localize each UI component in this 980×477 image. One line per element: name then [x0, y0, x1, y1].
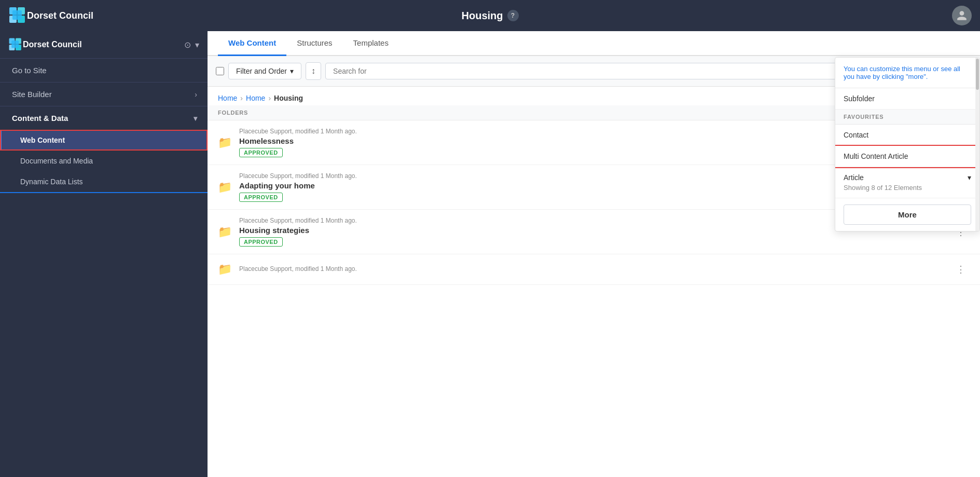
content-data-label: Content & Data	[12, 114, 68, 122]
sidebar-item-documents-media[interactable]: Documents and Media	[0, 151, 208, 171]
main-layout: Dorset Council ⊙ ▾ Go to Site Site Build…	[0, 31, 980, 477]
sort-button[interactable]: ↕	[306, 62, 321, 80]
sidebar-header: Dorset Council ⊙ ▾	[0, 31, 208, 59]
sidebar-item-dynamic-data-lists[interactable]: Dynamic Data Lists	[0, 171, 208, 192]
sidebar-item-content-data[interactable]: Content & Data ▾	[0, 106, 208, 130]
breadcrumb-current: Housing	[274, 94, 303, 102]
page-title-area: Housing ?	[462, 10, 519, 22]
sidebar-item-go-to-site[interactable]: Go to Site	[0, 59, 208, 82]
avatar[interactable]	[952, 6, 972, 25]
top-navbar: Dorset Council Housing ?	[0, 0, 980, 31]
dropdown-more-button[interactable]: More	[844, 205, 971, 225]
site-builder-chevron-icon: ›	[195, 90, 197, 99]
documents-media-label: Documents and Media	[20, 157, 93, 165]
sort-icon: ↕	[311, 66, 315, 75]
help-icon[interactable]: ?	[507, 10, 519, 21]
dynamic-data-lists-label: Dynamic Data Lists	[20, 178, 83, 186]
article-chevron-icon: ▾	[968, 173, 971, 182]
content-data-chevron-icon: ▾	[194, 114, 197, 122]
avatar-icon	[956, 10, 968, 21]
dropdown-article-header[interactable]: Article ▾	[844, 173, 971, 182]
liferay-logo	[8, 6, 27, 25]
page-title: Housing	[462, 10, 503, 22]
select-all-checkbox[interactable]	[216, 67, 224, 75]
sidebar-item-site-builder[interactable]: Site Builder ›	[0, 83, 208, 106]
folder-badge-2: APPROVED	[239, 193, 283, 202]
dropdown-article-section: Article ▾ Showing 8 of 12 Elements	[835, 167, 979, 198]
filter-chevron-icon: ▾	[290, 67, 294, 75]
breadcrumb-sep-2: ›	[268, 94, 271, 102]
dropdown-multi-content-article-item[interactable]: Multi Content Article	[835, 146, 979, 167]
sidebar: Dorset Council ⊙ ▾ Go to Site Site Build…	[0, 31, 208, 477]
dropdown-scrollbar-thumb	[976, 59, 979, 90]
svg-rect-4	[12, 10, 22, 20]
folder-icon-4: 📁	[218, 263, 232, 276]
dropdown-showing-label: Showing 8 of 12 Elements	[844, 184, 971, 192]
site-builder-label: Site Builder	[12, 90, 52, 99]
breadcrumb-home-2[interactable]: Home	[246, 94, 265, 102]
tab-structures[interactable]: Structures	[286, 31, 342, 56]
dropdown-favourites-label: FAVOURITES	[835, 110, 979, 125]
article-label: Article	[844, 173, 864, 182]
folder-item-4[interactable]: 📁 Placecube Support, modified 1 Month ag…	[208, 254, 980, 285]
web-content-label: Web Content	[20, 136, 65, 144]
dropdown-subfolder-item[interactable]: Subfolder	[835, 88, 979, 110]
svg-rect-9	[11, 40, 19, 48]
filter-order-label: Filter and Order	[236, 67, 287, 75]
more-label: More	[898, 210, 917, 219]
sidebar-logo	[8, 37, 23, 52]
folder-more-4[interactable]: ⋮	[952, 262, 970, 277]
go-to-site-label: Go to Site	[12, 66, 47, 75]
folder-icon-1: 📁	[218, 136, 232, 149]
subfolder-label: Subfolder	[844, 94, 875, 103]
sidebar-chevron-down-icon[interactable]: ▾	[195, 40, 199, 50]
dropdown-scrollbar[interactable]	[975, 58, 979, 231]
tab-bar: Web Content Structures Templates	[208, 31, 980, 56]
dropdown-contact-item[interactable]: Contact	[835, 125, 979, 146]
sidebar-compass-icon[interactable]: ⊙	[184, 40, 191, 50]
sidebar-item-web-content[interactable]: Web Content	[0, 130, 208, 151]
contact-label: Contact	[844, 131, 868, 139]
dropdown-tip-text: You can customize this menu or see all y…	[835, 58, 979, 88]
multi-content-article-label: Multi Content Article	[844, 152, 908, 160]
content-area: Web Content Structures Templates Filter …	[208, 31, 980, 477]
sidebar-header-icons: ⊙ ▾	[184, 40, 199, 50]
sidebar-site-title: Dorset Council	[23, 40, 184, 49]
search-input[interactable]	[325, 63, 883, 79]
breadcrumb-home-1[interactable]: Home	[218, 94, 237, 102]
folder-icon-2: 📁	[218, 181, 232, 194]
add-dropdown-panel: You can customize this menu or see all y…	[835, 57, 980, 231]
tab-web-content[interactable]: Web Content	[218, 31, 286, 56]
folder-badge-3: APPROVED	[239, 237, 283, 247]
breadcrumb-sep-1: ›	[240, 94, 243, 102]
folder-meta-4: Placecube Support, modified 1 Month ago.	[239, 265, 952, 272]
folder-badge-1: APPROVED	[239, 148, 283, 157]
filter-order-button[interactable]: Filter and Order ▾	[228, 63, 301, 79]
folder-info-4: Placecube Support, modified 1 Month ago.	[239, 265, 952, 274]
sidebar-accent-line	[0, 192, 208, 193]
tab-templates[interactable]: Templates	[343, 31, 399, 56]
folder-icon-3: 📁	[218, 225, 232, 239]
